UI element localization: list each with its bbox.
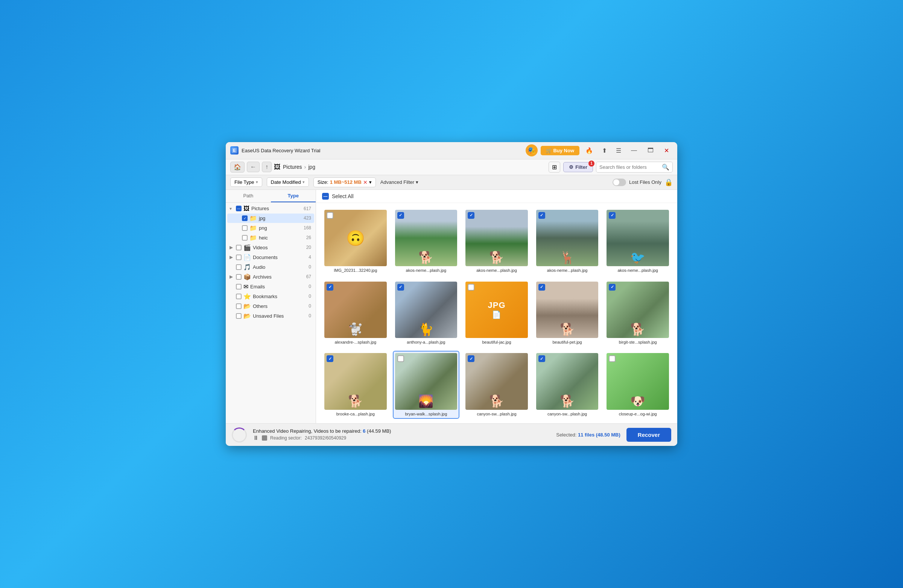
file-checkbox[interactable] (397, 212, 404, 219)
file-item[interactable]: 🦌 akos-neme...plash.jpg (534, 207, 601, 276)
others-icon: 📂 (244, 303, 251, 310)
file-checkbox[interactable] (327, 284, 334, 291)
select-all-label[interactable]: Select All (332, 193, 354, 199)
up-button[interactable]: ↑ (262, 162, 272, 172)
date-modified-filter[interactable]: Date Modified ▾ (267, 177, 309, 187)
file-checkbox[interactable] (397, 284, 404, 291)
sidebar-item-bookmarks[interactable]: ⭐ Bookmarks 0 (227, 292, 314, 301)
png-checkbox[interactable] (242, 225, 248, 231)
filter-button[interactable]: ⚙ Filter 1 (563, 162, 593, 172)
file-checkbox[interactable] (327, 212, 334, 219)
upload-icon-button[interactable]: ⬆ (599, 146, 610, 156)
unsaved-checkbox[interactable] (236, 313, 242, 319)
file-checkbox[interactable] (609, 284, 615, 291)
file-item[interactable]: 🐕 beautiful-pet.jpg (534, 279, 601, 347)
others-checkbox[interactable] (236, 303, 242, 309)
buy-now-button[interactable]: 🛒 Buy Now (541, 146, 579, 155)
view-toggle-button[interactable]: ⊞ (549, 162, 560, 172)
stop-button[interactable] (262, 435, 267, 441)
file-checkbox[interactable] (538, 355, 545, 362)
file-item[interactable]: 🐈 anthony-a...plash.jpg (393, 279, 460, 347)
sidebar-item-archives[interactable]: ▶ 📦 Archives 67 (227, 272, 314, 282)
file-item[interactable]: 🐕 canyon-sw...plash.jpg (534, 351, 601, 419)
jpg-label: jpg (259, 215, 302, 221)
audio-checkbox[interactable] (236, 264, 242, 270)
sidebar-item-png[interactable]: 📁 png 168 (227, 223, 314, 233)
file-item[interactable]: 🐩 alexandre-...splash.jpg (322, 279, 389, 347)
tab-type[interactable]: Type (271, 190, 316, 202)
breadcrumb-folder[interactable]: Pictures (283, 164, 302, 170)
maximize-button[interactable]: 🗖 (644, 146, 657, 155)
sidebar-item-documents[interactable]: ▶ 📄 Documents 4 (227, 252, 314, 262)
recover-button[interactable]: Recover (626, 428, 671, 442)
video-size: (44.59 MB) (367, 428, 391, 434)
select-all-checkbox[interactable]: — (322, 193, 329, 200)
pictures-checkbox[interactable] (236, 205, 242, 211)
file-checkbox[interactable] (538, 284, 545, 291)
videos-checkbox[interactable] (236, 245, 242, 250)
file-item[interactable]: 🌄 bryan-walk...splash.jpg (393, 351, 460, 419)
file-checkbox[interactable] (327, 355, 334, 362)
lost-files-toggle-track[interactable] (612, 179, 626, 186)
file-thumbnail: 🐕 (536, 353, 599, 410)
minimize-button[interactable]: — (627, 146, 641, 155)
file-item[interactable]: JPG 📄 beautiful-jac.jpg (463, 279, 530, 347)
file-checkbox[interactable] (609, 355, 615, 362)
sidebar-item-jpg[interactable]: 📁 jpg 423 (227, 213, 314, 223)
spinner-icon (232, 428, 247, 442)
file-item[interactable]: 🐶 closeup-e...og-wi.jpg (604, 351, 671, 419)
app-logo: E (230, 146, 239, 155)
file-item[interactable]: 🐕 akos-neme...plash.jpg (393, 207, 460, 276)
pause-button[interactable]: ⏸ (253, 434, 259, 441)
emails-icon: ✉ (244, 283, 248, 290)
close-button[interactable]: ✕ (660, 146, 673, 156)
back-button[interactable]: ← (247, 162, 260, 172)
tab-path[interactable]: Path (226, 190, 271, 202)
file-item[interactable]: 🐕 akos-neme...plash.jpg (463, 207, 530, 276)
file-checkbox[interactable] (609, 212, 615, 219)
sidebar-item-heic[interactable]: 📁 heic 26 (227, 233, 314, 243)
size-filter[interactable]: Size: 1 MB~512 MB ✕ ▾ (313, 177, 376, 187)
file-checkbox[interactable] (397, 355, 404, 362)
sidebar-item-pictures[interactable]: ▾ 🖼 Pictures 617 (227, 204, 314, 213)
file-thumbnail: JPG 📄 (466, 282, 528, 339)
size-arrow-icon: ▾ (369, 179, 372, 185)
sidebar-item-unsaved[interactable]: 📂 Unsaved Files 0 (227, 311, 314, 321)
archives-checkbox[interactable] (236, 274, 242, 280)
file-item[interactable]: 🐕 birgit-ste...splash.jpg (604, 279, 671, 347)
file-item[interactable]: 🙃 IMG_20231...32240.jpg (322, 207, 389, 276)
file-type-filter[interactable]: File Type ▾ (230, 177, 262, 187)
file-checkbox[interactable] (538, 212, 545, 219)
menu-button[interactable]: ☰ (613, 146, 624, 156)
png-count: 168 (304, 225, 311, 230)
sidebar-item-audio[interactable]: 🎵 Audio 0 (227, 262, 314, 272)
docs-expand: ▶ (230, 254, 235, 260)
advanced-filter[interactable]: Advanced Filter ▾ (381, 179, 418, 185)
jpg-checkbox[interactable] (242, 215, 248, 221)
search-input[interactable] (599, 164, 659, 170)
file-item[interactable]: 🐦 akos-neme...plash.jpg (604, 207, 671, 276)
size-clear-icon[interactable]: ✕ (363, 179, 368, 185)
unsaved-count: 0 (308, 313, 311, 318)
file-checkbox[interactable] (468, 284, 474, 291)
file-checkbox[interactable] (468, 355, 474, 362)
fire-icon-button[interactable]: 🔥 (582, 146, 596, 156)
home-button[interactable]: 🏠 (230, 162, 245, 172)
search-box: 🔍 (596, 162, 673, 172)
file-name: beautiful-jac.jpg (482, 339, 511, 345)
sidebar-item-videos[interactable]: ▶ 🎬 Videos 20 (227, 243, 314, 252)
sidebar-tabs: Path Type (226, 190, 316, 203)
bookmarks-checkbox[interactable] (236, 294, 242, 299)
file-name: akos-neme...plash.jpg (547, 268, 588, 273)
sidebar-item-others[interactable]: 📂 Others 0 (227, 301, 314, 311)
heic-checkbox[interactable] (242, 235, 248, 241)
sidebar-item-emails[interactable]: ✉ Emails 0 (227, 282, 314, 292)
file-item[interactable]: 🐕 brooke-ca...plash.jpg (322, 351, 389, 419)
file-thumbnail: 🐕 (536, 282, 599, 339)
filter-icon-button[interactable]: 🔒 (664, 178, 673, 187)
file-checkbox[interactable] (468, 212, 474, 219)
audio-label: Audio (253, 264, 307, 270)
emails-checkbox[interactable] (236, 284, 242, 290)
docs-checkbox[interactable] (236, 254, 242, 260)
file-item[interactable]: 🐕 canyon-sw...plash.jpg (463, 351, 530, 419)
